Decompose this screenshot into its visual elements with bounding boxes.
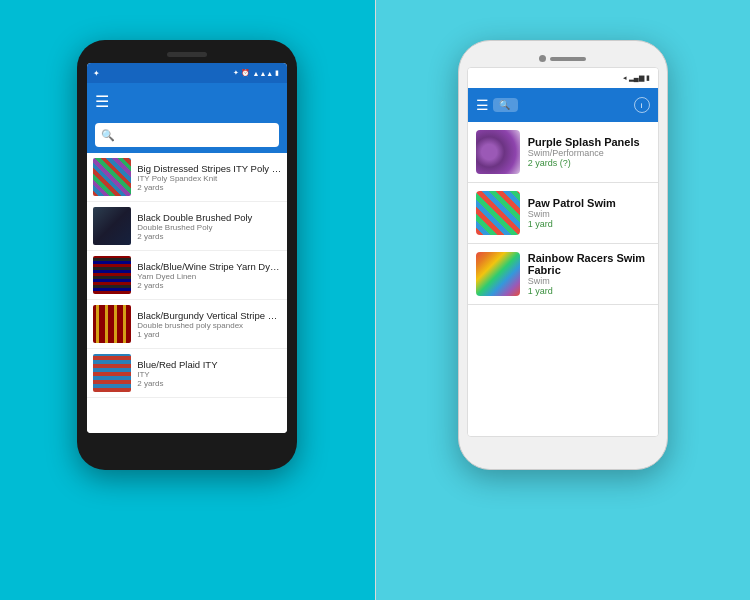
iphone-status-bar: ◂ ▂▄▆ ▮ — [468, 68, 658, 88]
item-yards: 2 yards — [137, 379, 281, 388]
item-subtitle: Swim — [528, 276, 650, 286]
android-item-text: Black Double Brushed Poly Double Brushed… — [137, 212, 281, 241]
iphone-list-item[interactable]: Paw Patrol Swim Swim 1 yard — [468, 183, 658, 244]
iphone-camera — [539, 55, 546, 62]
wifi-signal: ▂▄▆ — [629, 74, 644, 82]
signal-icon: ▲▲▲ — [252, 70, 273, 77]
battery-icon: ▮ — [275, 69, 279, 77]
fabric-thumbnail — [93, 158, 131, 196]
fabric-thumbnail — [93, 256, 131, 294]
iphone-item-text: Paw Patrol Swim Swim 1 yard — [528, 197, 650, 229]
android-screen: ✦ ✦ ⏰ ▲▲▲ ▮ ☰ 🔍 — [87, 63, 287, 433]
item-yards: 1 yard — [528, 219, 650, 229]
item-subtitle: Yarn Dyed Linen — [137, 272, 281, 281]
alarm-icon: ⏰ — [241, 69, 250, 77]
fabric-thumbnail — [476, 130, 520, 174]
menu-icon[interactable]: ☰ — [95, 92, 109, 111]
iphone-battery: ▮ — [646, 74, 650, 82]
fabric-thumbnail — [93, 207, 131, 245]
item-yards: 1 yard — [528, 286, 650, 296]
android-item-text: Big Distressed Stripes ITY Poly Spandex … — [137, 163, 281, 192]
iphone-fabric-list: Purple Splash Panels Swim/Performance 2 … — [468, 122, 658, 436]
android-item-text: Blue/Red Plaid ITY ITY 2 yards — [137, 359, 281, 388]
item-yards: 2 yards (?) — [528, 158, 650, 168]
android-list-item[interactable]: Black/Blue/Wine Stripe Yarn Dyed Linen Y… — [87, 251, 287, 300]
iphone-item-text: Rainbow Racers Swim Fabric Swim 1 yard — [528, 252, 650, 296]
item-yards: 2 yards — [137, 183, 281, 192]
item-subtitle: Swim — [528, 209, 650, 219]
item-subtitle: ITY Poly Spandex Knit — [137, 174, 281, 183]
bluetooth-icon: ✦ — [233, 69, 239, 77]
search-icon: 🔍 — [101, 129, 115, 142]
right-panel: ◂ ▂▄▆ ▮ ☰ 🔍 i Purple Splash Pane — [376, 0, 751, 600]
item-subtitle: Double Brushed Poly — [137, 223, 281, 232]
android-speaker — [167, 52, 207, 57]
item-title: Black Double Brushed Poly — [137, 212, 281, 223]
iphone-list-item[interactable]: Rainbow Racers Swim Fabric Swim 1 yard — [468, 244, 658, 305]
item-title: Black/Blue/Wine Stripe Yarn Dyed Linen — [137, 261, 281, 272]
left-panel: ✦ ✦ ⏰ ▲▲▲ ▮ ☰ 🔍 — [0, 0, 375, 600]
android-list-item[interactable]: Black/Burgundy Vertical Stripe BoHo Ele … — [87, 300, 287, 349]
iphone-item-text: Purple Splash Panels Swim/Performance 2 … — [528, 136, 650, 168]
iphone-search-icon: 🔍 — [499, 100, 510, 110]
android-search-bar: 🔍 — [87, 119, 287, 153]
iphone-list-item[interactable]: Purple Splash Panels Swim/Performance 2 … — [468, 122, 658, 183]
android-phone: ✦ ✦ ⏰ ▲▲▲ ▮ ☰ 🔍 — [77, 40, 297, 470]
item-title: Purple Splash Panels — [528, 136, 650, 148]
android-toolbar: ☰ — [87, 83, 287, 119]
item-title: Rainbow Racers Swim Fabric — [528, 252, 650, 276]
android-list-item[interactable]: Big Distressed Stripes ITY Poly Spandex … — [87, 153, 287, 202]
item-yards: 2 yards — [137, 281, 281, 290]
item-subtitle: Swim/Performance — [528, 148, 650, 158]
item-title: Paw Patrol Swim — [528, 197, 650, 209]
item-title: Black/Burgundy Vertical Stripe BoHo Ele — [137, 310, 281, 321]
fabric-thumbnail — [93, 354, 131, 392]
iphone-search-chip[interactable]: 🔍 — [493, 98, 518, 112]
android-status-bar: ✦ ✦ ⏰ ▲▲▲ ▮ — [87, 63, 287, 83]
iphone-top — [464, 55, 662, 62]
fabric-thumbnail — [93, 305, 131, 343]
item-title: Big Distressed Stripes ITY Poly Spandex — [137, 163, 281, 174]
item-subtitle: ITY — [137, 370, 281, 379]
item-title: Blue/Red Plaid ITY — [137, 359, 281, 370]
android-dropbox-icon: ✦ — [93, 69, 100, 78]
iphone-toolbar: ☰ 🔍 i — [468, 88, 658, 122]
android-fabric-list: Big Distressed Stripes ITY Poly Spandex … — [87, 153, 287, 433]
iphone-speaker — [550, 57, 586, 61]
fabric-thumbnail — [476, 252, 520, 296]
android-status-icons: ✦ ⏰ ▲▲▲ ▮ — [233, 69, 281, 77]
item-subtitle: Double brushed poly spandex — [137, 321, 281, 330]
iphone-screen: ◂ ▂▄▆ ▮ ☰ 🔍 i Purple Splash Pane — [467, 67, 659, 437]
android-list-item[interactable]: Blue/Red Plaid ITY ITY 2 yards — [87, 349, 287, 398]
android-item-text: Black/Burgundy Vertical Stripe BoHo Ele … — [137, 310, 281, 339]
fabric-thumbnail — [476, 191, 520, 235]
android-list-item[interactable]: Black Double Brushed Poly Double Brushed… — [87, 202, 287, 251]
android-item-text: Black/Blue/Wine Stripe Yarn Dyed Linen Y… — [137, 261, 281, 290]
iphone-menu-icon[interactable]: ☰ — [476, 97, 489, 113]
android-search-input[interactable]: 🔍 — [95, 123, 279, 147]
iphone-status-right: ◂ ▂▄▆ ▮ — [623, 74, 650, 82]
iphone: ◂ ▂▄▆ ▮ ☰ 🔍 i Purple Splash Pane — [458, 40, 668, 470]
iphone-more-icon[interactable]: i — [634, 97, 650, 113]
item-yards: 1 yard — [137, 330, 281, 339]
location-icon: ◂ — [623, 74, 627, 82]
item-yards: 2 yards — [137, 232, 281, 241]
